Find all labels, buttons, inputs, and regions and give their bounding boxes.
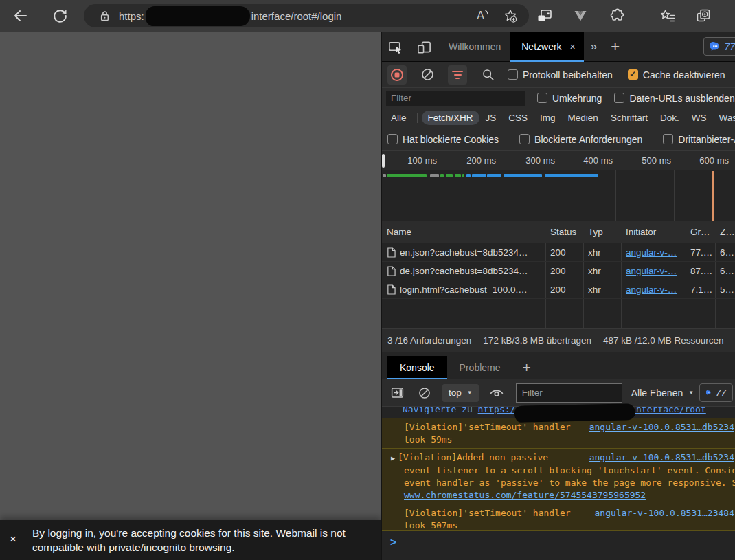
request-initiator-link[interactable]: angular-v-… xyxy=(626,266,677,276)
column-header-status[interactable]: Status xyxy=(545,227,583,237)
tab-konsole[interactable]: Konsole xyxy=(387,356,447,379)
banner-close-icon[interactable]: × xyxy=(10,533,16,545)
add-drawer-tab-button[interactable]: + xyxy=(523,356,531,379)
device-toolbar-button[interactable] xyxy=(416,38,432,55)
third-party-checkbox[interactable]: Drittanbieter-Anforderungen xyxy=(663,134,735,145)
clear-console-button[interactable] xyxy=(416,385,433,401)
inspect-element-button[interactable] xyxy=(387,38,403,55)
filter-chip-fetch-xhr[interactable]: Fetch/XHR xyxy=(422,111,479,125)
checkbox-unchecked[interactable] xyxy=(519,134,530,144)
browser-toolbar: https: interface/root#/login A xyxy=(0,0,735,32)
invert-checkbox[interactable]: Umkehrung xyxy=(537,93,602,104)
log-levels-dropdown[interactable]: Alle Ebenen ▼ xyxy=(631,388,694,399)
request-status: 200 xyxy=(545,266,583,276)
column-header-typ[interactable]: Typ xyxy=(583,227,621,237)
timeline-scroll-handle[interactable] xyxy=(382,154,385,168)
network-filter-input[interactable] xyxy=(386,91,525,106)
preserve-log-checkbox[interactable]: Protokoll beibehalten xyxy=(508,69,613,80)
url-redaction-blob xyxy=(146,6,250,26)
devtools-panel: Willkommen Netzwerk × » + 77 xyxy=(381,32,735,560)
column-header-name[interactable]: Name xyxy=(382,227,545,237)
request-row[interactable]: de.json?cachebust=8db5234… 200 xhr angul… xyxy=(382,262,735,280)
screen: https: interface/root#/login A xyxy=(0,0,735,560)
split-screen-button[interactable] xyxy=(534,5,555,26)
expand-arrow-icon[interactable]: ▶ xyxy=(391,452,395,464)
filter-chip-ws[interactable]: WS xyxy=(686,111,713,125)
waterfall-segment-gray xyxy=(430,174,439,177)
checkbox-checked[interactable]: ✓ xyxy=(628,69,638,80)
request-initiator-link[interactable]: angular-v-… xyxy=(626,247,677,258)
filter-chip-alle[interactable]: Alle xyxy=(385,111,413,125)
nav-message-prefix: Navigierte zu xyxy=(403,407,478,414)
filter-chip-wasm[interactable]: Wasm xyxy=(712,111,735,125)
chat-bubble-icon xyxy=(710,41,720,52)
column-header-groesse[interactable]: Gr… xyxy=(686,227,715,237)
console-sidebar-button[interactable] xyxy=(389,385,405,401)
issues-counter-badge[interactable]: 77 xyxy=(703,37,735,56)
waterfall-segment-blue xyxy=(472,174,486,177)
checkbox-unchecked[interactable] xyxy=(508,69,518,80)
checkbox-unchecked[interactable] xyxy=(387,134,398,144)
chromestatus-link[interactable]: www.chromestatus.com/feature/57455437959… xyxy=(404,490,646,500)
disable-cache-checkbox[interactable]: ✓ Cache deaktivieren xyxy=(628,69,725,80)
back-button[interactable] xyxy=(10,5,30,26)
tab-netzwerk[interactable]: Netzwerk × xyxy=(510,32,584,62)
more-tabs-button[interactable]: » xyxy=(591,40,596,54)
hide-data-urls-checkbox[interactable]: Daten-URLs ausblenden xyxy=(614,93,734,104)
filter-chip-dok[interactable]: Dok. xyxy=(654,111,686,125)
request-status: 200 xyxy=(545,247,583,258)
tab-probleme[interactable]: Probleme xyxy=(447,356,513,379)
violation-source-link[interactable]: angular-v-100.0.8531…db5234 xyxy=(589,421,734,434)
live-expression-button[interactable] xyxy=(488,385,505,401)
tab-willkommen[interactable]: Willkommen xyxy=(439,32,510,62)
console-filter-input[interactable] xyxy=(516,383,622,403)
load-event-marker xyxy=(712,171,714,221)
filter-toggle-button[interactable] xyxy=(448,65,467,85)
waterfall-segment-green xyxy=(440,174,444,177)
chevron-down-icon: ▼ xyxy=(688,390,694,396)
table-header-row[interactable]: Name Status Typ Initiator Gr… Z… xyxy=(382,221,735,243)
filter-chip-js[interactable]: JS xyxy=(479,111,503,125)
checkbox-unchecked[interactable] xyxy=(663,134,673,144)
clear-network-log-button[interactable] xyxy=(418,65,437,85)
column-header-initiator[interactable]: Initiator xyxy=(621,227,686,237)
add-favorite-button[interactable] xyxy=(503,8,518,23)
tab-close-icon[interactable]: × xyxy=(570,41,576,52)
dock-panel-icon xyxy=(390,385,405,400)
favorites-button[interactable] xyxy=(657,5,678,26)
filter-chip-img[interactable]: Img xyxy=(534,111,562,125)
vue-devtools-extension-button[interactable] xyxy=(570,5,591,26)
extensions-button[interactable] xyxy=(606,5,626,26)
blocked-requests-checkbox[interactable]: Blockierte Anforderungen xyxy=(519,134,642,145)
search-network-button[interactable] xyxy=(478,65,497,85)
request-initiator-link[interactable]: angular-v-… xyxy=(626,284,677,295)
lock-icon[interactable] xyxy=(98,9,112,23)
add-tab-button[interactable]: + xyxy=(611,38,620,56)
reload-button[interactable] xyxy=(49,5,70,26)
filter-chip-schriftart[interactable]: Schriftart xyxy=(604,111,654,125)
filter-chip-medien[interactable]: Medien xyxy=(562,111,604,125)
execution-context-selector[interactable]: top ▼ xyxy=(442,384,479,402)
disable-cache-label: Cache deaktivieren xyxy=(643,69,725,80)
checkbox-unchecked[interactable] xyxy=(614,93,624,103)
network-timeline-overview[interactable]: 100 ms 200 ms 300 ms 400 ms 500 ms 600 m… xyxy=(382,151,735,221)
request-row[interactable]: en.json?cachebust=8db5234… 200 xhr angul… xyxy=(382,243,735,262)
violation-source-link[interactable]: angular-v-100.0.8531…db5234 xyxy=(589,451,734,464)
column-header-zeit[interactable]: Z… xyxy=(715,227,735,237)
violation-source-link[interactable]: angular-v-100.0.8531…23484 xyxy=(595,507,735,519)
network-toolbar: Protokoll beibehalten ✓ Cache deaktivier… xyxy=(382,62,735,88)
console-prompt[interactable]: > xyxy=(382,531,735,548)
checkbox-unchecked[interactable] xyxy=(537,93,547,103)
blocked-cookies-checkbox[interactable]: Hat blockierte Cookies xyxy=(387,134,499,145)
url-bar[interactable]: https: interface/root#/login A xyxy=(84,4,529,27)
split-screen-icon xyxy=(536,8,553,24)
request-row[interactable]: login.html?cachebust=100.0.… 200 xhr ang… xyxy=(382,280,735,299)
record-network-log-button[interactable] xyxy=(387,65,407,85)
waterfall-segment-green xyxy=(446,174,453,177)
collections-button[interactable] xyxy=(693,5,714,26)
issues-counter-badge[interactable]: 77 xyxy=(699,383,733,402)
timeline-tick: 400 ms xyxy=(559,155,613,166)
nav-url-link[interactable]: interface/root xyxy=(631,407,706,414)
filter-chip-css[interactable]: CSS xyxy=(502,111,534,125)
read-aloud-button[interactable]: A xyxy=(477,10,490,22)
